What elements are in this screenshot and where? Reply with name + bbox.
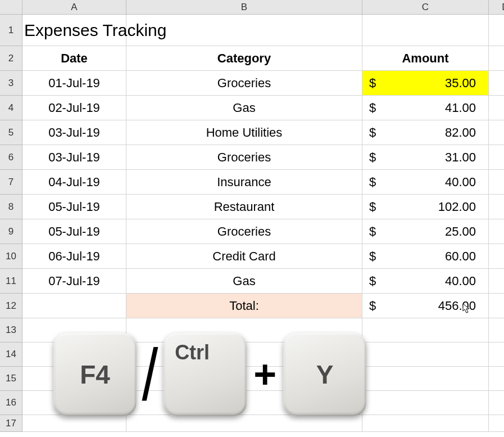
row-header-16[interactable]: 16 (0, 391, 22, 415)
row-header-17[interactable]: 17 (0, 415, 22, 432)
cell-D8[interactable] (489, 195, 504, 219)
cell-category-11[interactable]: Gas (126, 269, 362, 294)
cell-amount-3[interactable]: $35.00 (362, 71, 489, 96)
cell-category-5[interactable]: Home Utilities (126, 120, 362, 145)
amount-value: 102.00 (438, 200, 476, 214)
cell-C13[interactable] (362, 318, 489, 343)
cell-C14[interactable] (362, 343, 489, 367)
row-header-12[interactable]: 12 (0, 294, 22, 318)
select-all-corner[interactable] (0, 0, 22, 15)
row-header-5[interactable]: 5 (0, 120, 22, 145)
header-category[interactable]: Category (126, 46, 362, 71)
cell-category-7[interactable]: Insurance (126, 170, 362, 195)
row-header-11[interactable]: 11 (0, 269, 22, 294)
header-date[interactable]: Date (22, 46, 126, 71)
cell-C1[interactable] (362, 15, 489, 46)
cell-total-label[interactable]: Total: (126, 294, 362, 318)
cell-date-9[interactable]: 05-Jul-19 (22, 219, 126, 244)
cell-date-3[interactable]: 01-Jul-19 (22, 71, 126, 96)
cell-B1[interactable] (126, 15, 362, 46)
column-header-d[interactable]: D (489, 0, 504, 15)
cell-category-6[interactable]: Groceries (126, 145, 362, 170)
cell-D13[interactable] (489, 318, 504, 343)
cell-category-3[interactable]: Groceries (126, 71, 362, 96)
row-header-7[interactable]: 7 (0, 170, 22, 195)
cell-amount-5[interactable]: $82.00 (362, 120, 489, 145)
currency-symbol: $ (369, 299, 376, 313)
cell-total-amount[interactable]: $456.00 (362, 294, 489, 318)
currency-symbol: $ (369, 76, 376, 91)
key-f4: F4 (53, 333, 137, 416)
cell-amount-8[interactable]: $102.00 (362, 195, 489, 219)
cell-date-11[interactable]: 07-Jul-19 (22, 269, 126, 294)
cell-D7[interactable] (489, 170, 504, 195)
cell-D15[interactable] (489, 367, 504, 391)
cell-amount-11[interactable]: $40.00 (362, 269, 489, 294)
cell-date-5[interactable]: 03-Jul-19 (22, 120, 126, 145)
row-header-1[interactable]: 1 (0, 15, 22, 46)
cell-amount-7[interactable]: $40.00 (362, 170, 489, 195)
cell-C17[interactable] (362, 415, 489, 432)
cell-C15[interactable] (362, 367, 489, 391)
cell-A12[interactable] (22, 294, 126, 318)
row-header-2[interactable]: 2 (0, 46, 22, 71)
column-header-c[interactable]: C (362, 0, 489, 15)
row-header-9[interactable]: 9 (0, 219, 22, 244)
cell-D4[interactable] (489, 96, 504, 120)
currency-symbol: $ (369, 150, 376, 165)
amount-value: 25.00 (445, 224, 476, 239)
cell-D12[interactable] (489, 294, 504, 318)
cell-D14[interactable] (489, 343, 504, 367)
cell-D3[interactable] (489, 71, 504, 96)
cell-date-4[interactable]: 02-Jul-19 (22, 96, 126, 120)
row-header-4[interactable]: 4 (0, 96, 22, 120)
cell-D6[interactable] (489, 145, 504, 170)
cell-date-6[interactable]: 03-Jul-19 (22, 145, 126, 170)
amount-value: 82.00 (445, 125, 476, 140)
cell-amount-10[interactable]: $60.00 (362, 244, 489, 269)
key-ctrl: Ctrl (164, 333, 247, 416)
cell-date-7[interactable]: 04-Jul-19 (22, 170, 126, 195)
row-header-8[interactable]: 8 (0, 195, 22, 219)
cell-D5[interactable] (489, 120, 504, 145)
cell-D2[interactable] (489, 46, 504, 71)
row-header-14[interactable]: 14 (0, 343, 22, 367)
cell-D1[interactable] (489, 15, 504, 46)
cell-D9[interactable] (489, 219, 504, 244)
currency-symbol: $ (369, 224, 376, 239)
key-y: Y (283, 333, 366, 416)
header-amount[interactable]: Amount (362, 46, 489, 71)
amount-value: 31.00 (445, 150, 476, 165)
amount-value: 35.00 (445, 76, 476, 91)
row-header-3[interactable]: 3 (0, 71, 22, 96)
row-headers: 1234567891011121314151617 (0, 15, 22, 432)
cell-amount-4[interactable]: $41.00 (362, 96, 489, 120)
row-header-15[interactable]: 15 (0, 367, 22, 391)
cell-date-10[interactable]: 06-Jul-19 (22, 244, 126, 269)
cell-category-4[interactable]: Gas (126, 96, 362, 120)
cell-D16[interactable] (489, 391, 504, 415)
cell-date-8[interactable]: 05-Jul-19 (22, 195, 126, 219)
separator-slash: / (142, 338, 158, 411)
column-header-a[interactable]: A (22, 0, 126, 15)
cell-C16[interactable] (362, 391, 489, 415)
row-header-6[interactable]: 6 (0, 145, 22, 170)
cell-category-10[interactable]: Credit Card (126, 244, 362, 269)
cell-D10[interactable] (489, 244, 504, 269)
currency-symbol: $ (369, 274, 376, 289)
cell-amount-6[interactable]: $31.00 (362, 145, 489, 170)
cell-category-8[interactable]: Restaurant (126, 195, 362, 219)
cell-D17[interactable] (489, 415, 504, 432)
currency-symbol: $ (369, 175, 376, 190)
cell-A1[interactable]: Expenses Tracking (22, 15, 126, 46)
row-header-13[interactable]: 13 (0, 318, 22, 343)
cell-D11[interactable] (489, 269, 504, 294)
row-header-10[interactable]: 10 (0, 244, 22, 269)
amount-value: 60.00 (445, 249, 476, 264)
shortcut-overlay: F4 / Ctrl + Y (53, 327, 366, 422)
currency-symbol: $ (369, 125, 376, 140)
cell-amount-9[interactable]: $25.00 (362, 219, 489, 244)
column-header-b[interactable]: B (126, 0, 362, 15)
cell-category-9[interactable]: Groceries (126, 219, 362, 244)
currency-symbol: $ (369, 101, 376, 115)
